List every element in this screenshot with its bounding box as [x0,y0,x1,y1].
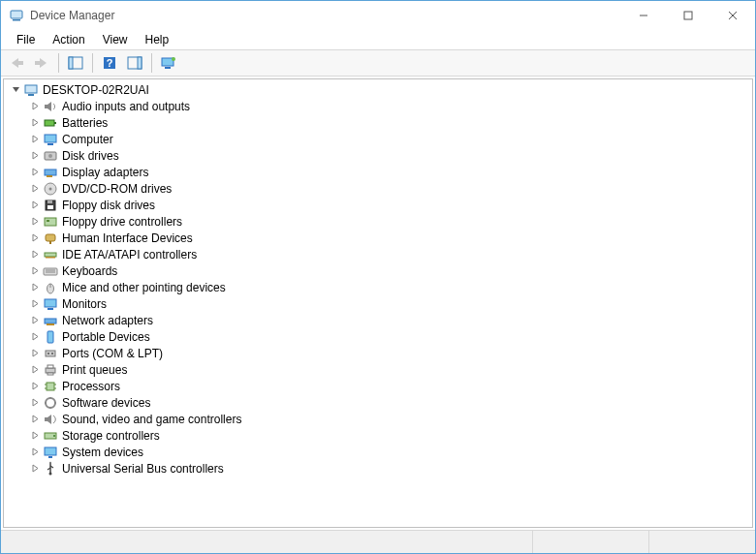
toolbar: ? [1,49,755,77]
svg-rect-60 [49,397,51,399]
tree-category-node[interactable]: Batteries [10,114,752,131]
caret-right-icon[interactable] [29,331,41,343]
tree-category-label: System devices [62,446,143,459]
caret-right-icon[interactable] [29,364,41,376]
tree-category-node[interactable]: Ports (COM & LPT) [10,345,752,361]
scan-hardware-button[interactable] [157,52,180,74]
maximize-button[interactable] [666,1,710,30]
caret-right-icon[interactable] [29,348,41,359]
caret-right-icon[interactable] [29,315,41,326]
svg-rect-9 [69,57,73,69]
device-tree-panel[interactable]: DESKTOP-02R2UAI Audio inputs and outputs… [3,78,753,528]
caret-right-icon[interactable] [29,216,41,228]
svg-point-68 [49,472,52,475]
svg-point-59 [46,398,55,408]
svg-rect-21 [45,135,56,142]
tree-category-node[interactable]: Processors [10,378,752,394]
tree-category-node[interactable]: Audio inputs and outputs [10,98,752,114]
svg-rect-36 [45,253,56,257]
svg-rect-7 [35,61,41,65]
svg-rect-62 [45,402,47,404]
network-icon [43,313,58,328]
caret-right-icon[interactable] [29,134,41,145]
toolbar-separator [151,53,152,73]
close-button[interactable] [710,1,755,30]
caret-right-icon[interactable] [29,249,41,261]
caret-right-icon[interactable] [29,117,41,129]
device-tree: DESKTOP-02R2UAI Audio inputs and outputs… [4,81,752,477]
status-cell [648,531,755,553]
help-button[interactable]: ? [98,52,121,74]
caret-right-icon[interactable] [29,463,41,475]
tree-category-node[interactable]: Display adapters [10,164,752,180]
svg-rect-17 [25,85,37,93]
tree-category-label: Network adapters [62,314,153,327]
menu-action[interactable]: Action [45,31,92,48]
tree-category-node[interactable]: Floppy disk drives [10,197,752,213]
tree-category-node[interactable]: Disk drives [10,147,752,164]
menu-file[interactable]: File [9,31,43,48]
caret-right-icon[interactable] [29,232,41,244]
tree-category-node[interactable]: IDE ATA/ATAPI controllers [10,246,752,262]
portable-icon [43,329,58,345]
tree-category-node[interactable]: Monitors [10,295,752,312]
tree-category-label: Computer [62,133,113,146]
tree-category-label: Disk drives [62,149,119,163]
caret-right-icon[interactable] [29,298,41,310]
back-button[interactable] [5,52,28,74]
tree-category-label: Floppy drive controllers [62,215,182,229]
monitor-icon [43,132,58,147]
tree-category-node[interactable]: Print queues [10,361,752,378]
caret-right-icon[interactable] [29,265,41,277]
caret-right-icon[interactable] [29,183,41,195]
tree-category-node[interactable]: System devices [10,444,752,460]
menu-view[interactable]: View [95,31,136,48]
caret-right-icon[interactable] [29,381,41,392]
caret-right-icon[interactable] [29,101,41,112]
tree-category-node[interactable]: Portable Devices [10,328,752,345]
caret-right-icon[interactable] [29,397,41,409]
svg-rect-13 [138,57,142,69]
tree-category-node[interactable]: DVD/CD-ROM drives [10,180,752,197]
tree-category-node[interactable]: Floppy drive controllers [10,213,752,230]
caret-right-icon[interactable] [29,282,41,293]
caret-right-icon[interactable] [29,150,41,162]
svg-rect-66 [45,447,56,455]
caret-right-icon[interactable] [29,430,41,442]
tree-category-node[interactable]: Computer [10,131,752,147]
window-controls [621,1,755,30]
svg-rect-25 [45,169,56,175]
caret-down-icon[interactable] [10,84,21,96]
keyboard-icon [43,263,58,279]
tree-category-node[interactable]: Sound, video and game controllers [10,411,752,427]
tree-category-label: Ports (COM & LPT) [62,347,163,360]
svg-rect-63 [54,402,56,404]
tree-category-node[interactable]: Mice and other pointing devices [10,279,752,295]
battery-icon [43,115,58,131]
tree-category-node[interactable]: Software devices [10,394,752,411]
tree-root-label: DESKTOP-02R2UAI [43,83,149,97]
software-icon [43,395,58,411]
tree-category-node[interactable]: Network adapters [10,312,752,328]
svg-rect-54 [47,383,54,390]
tree-category-node[interactable]: Human Interface Devices [10,230,752,246]
svg-rect-45 [45,319,56,323]
caret-right-icon[interactable] [29,200,41,211]
caret-right-icon[interactable] [29,446,41,458]
svg-rect-15 [165,67,171,69]
minimize-button[interactable] [621,1,666,30]
action-pane-button[interactable] [123,52,146,74]
tree-category-node[interactable]: Storage controllers [10,427,752,444]
caret-right-icon[interactable] [29,167,41,178]
svg-point-49 [47,353,49,354]
tree-category-node[interactable]: Keyboards [10,262,752,279]
tree-category-node[interactable]: Universal Serial Bus controllers [10,460,752,477]
optical-icon [43,181,58,197]
show-hide-tree-button[interactable] [64,52,87,74]
hid-icon [43,231,58,246]
tree-category-label: Software devices [62,396,150,410]
caret-right-icon[interactable] [29,414,41,425]
menu-help[interactable]: Help [138,31,177,48]
tree-root-node[interactable]: DESKTOP-02R2UAI [10,81,752,98]
forward-button[interactable] [30,52,53,74]
